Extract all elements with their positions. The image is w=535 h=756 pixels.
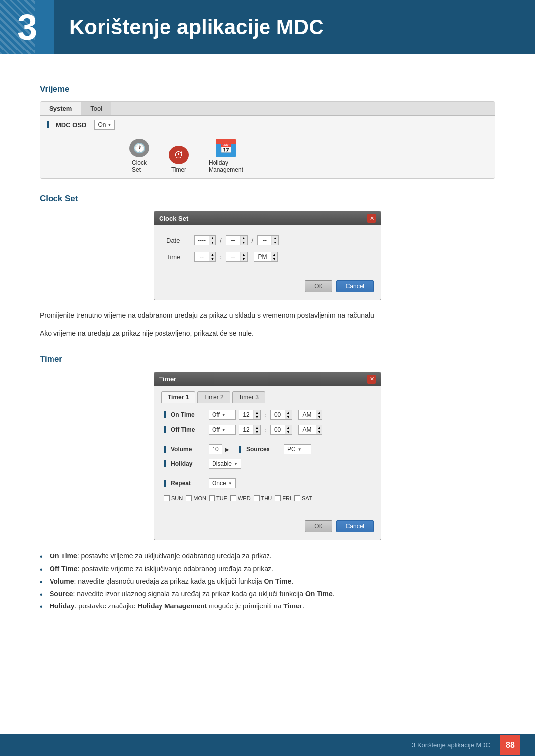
timer-tab-3[interactable]: Timer 3 (232, 391, 265, 403)
day-fri[interactable]: FRI (275, 495, 291, 501)
on-time-ampm-down[interactable]: ▼ (316, 415, 322, 419)
clock-set-cancel-button[interactable]: Cancel (336, 280, 374, 292)
on-time-min-spin[interactable]: 00 ▲ ▼ (270, 410, 292, 420)
holiday-bar (164, 460, 166, 467)
timer-close-button[interactable]: ✕ (367, 375, 376, 384)
time-ampm-down[interactable]: ▼ (271, 257, 278, 261)
timer-dialog: Timer ✕ Timer 1 Timer 2 Timer 3 On Time … (154, 372, 381, 540)
holiday-value: Disable (212, 460, 232, 467)
on-time-ampm-select[interactable]: AM ▲ ▼ (298, 410, 323, 420)
date-year-spin[interactable]: ---- ▲ ▼ (194, 235, 216, 245)
time-row: Time -- ▲ ▼ : -- ▲ ▼ PM (166, 252, 369, 262)
bullet-volume-bold: Volume (50, 577, 74, 585)
colon-sep: : (219, 253, 223, 261)
date-month-value: -- (226, 236, 240, 245)
date-year-up[interactable]: ▲ (209, 236, 215, 240)
off-time-min-spin[interactable]: 00 ▲ ▼ (270, 425, 292, 435)
timer-ok-button[interactable]: OK (305, 520, 332, 532)
off-time-hour-up[interactable]: ▲ (254, 425, 260, 430)
time-hour-down[interactable]: ▼ (209, 257, 215, 261)
off-time-row: Off Time Off ▼ 12 ▲ ▼ : 00 ▲ (164, 425, 371, 435)
date-year-arrows[interactable]: ▲ ▼ (209, 236, 215, 245)
day-sun-checkbox[interactable] (164, 495, 170, 501)
off-time-ampm-up[interactable]: ▲ (316, 425, 322, 430)
tab-system[interactable]: System (40, 102, 81, 115)
mdc-osd-select[interactable]: On ▼ (94, 120, 115, 130)
bullet-source-bold: Source (50, 590, 73, 598)
date-day-down[interactable]: ▼ (272, 240, 278, 245)
time-hour-spin[interactable]: -- ▲ ▼ (194, 252, 216, 262)
time-min-spin[interactable]: -- ▲ ▼ (226, 252, 248, 262)
on-time-hour-spin[interactable]: 12 ▲ ▼ (239, 410, 261, 420)
on-time-ampm-up[interactable]: ▲ (316, 410, 322, 415)
day-fri-checkbox[interactable] (275, 495, 281, 501)
time-min-arrows[interactable]: ▲ ▼ (240, 252, 247, 261)
volume-right-arrow[interactable]: ▶ (225, 447, 229, 452)
time-ampm-arrows[interactable]: ▲ ▼ (271, 252, 278, 261)
day-sat-checkbox[interactable] (294, 495, 300, 501)
holiday-select[interactable]: Disable ▼ (209, 459, 241, 469)
date-month-down[interactable]: ▼ (241, 240, 247, 245)
day-wed-checkbox[interactable] (230, 495, 236, 501)
date-year-down[interactable]: ▼ (209, 240, 215, 245)
clock-set-ok-button[interactable]: OK (305, 280, 332, 292)
timer-cancel-button[interactable]: Cancel (336, 520, 374, 532)
off-time-ampm: AM (299, 425, 316, 434)
off-time-hour-down[interactable]: ▼ (254, 430, 260, 434)
day-thu-checkbox[interactable] (254, 495, 260, 501)
off-time-select[interactable]: Off ▼ (209, 425, 236, 435)
mdc-osd-row: MDC OSD On ▼ (40, 116, 495, 134)
off-time-ampm-select[interactable]: AM ▲ ▼ (298, 425, 323, 435)
time-ampm-select[interactable]: PM ▲ ▼ (254, 252, 278, 262)
on-time-hour-arrows[interactable]: ▲ ▼ (253, 410, 260, 419)
date-day-spin[interactable]: -- ▲ ▼ (257, 235, 279, 245)
off-time-ampm-arrows[interactable]: ▲ ▼ (316, 425, 322, 434)
on-time-value: Off (212, 411, 220, 418)
off-time-hour-spin[interactable]: 12 ▲ ▼ (239, 425, 261, 435)
date-month-spin[interactable]: -- ▲ ▼ (226, 235, 248, 245)
off-time-hour-arrows[interactable]: ▲ ▼ (253, 425, 260, 434)
time-hour-up[interactable]: ▲ (209, 252, 215, 257)
off-time-min-down[interactable]: ▼ (285, 430, 292, 434)
day-thu[interactable]: THU (254, 495, 272, 501)
on-time-min-down[interactable]: ▼ (285, 415, 292, 419)
divider-1 (164, 440, 371, 440)
clock-set-icon-item[interactable]: 🕐 ClockSet (129, 139, 149, 173)
off-time-ampm-down[interactable]: ▼ (316, 430, 322, 434)
time-min-down[interactable]: ▼ (241, 257, 247, 261)
date-day-up[interactable]: ▲ (272, 236, 278, 240)
on-time-ampm-arrows[interactable]: ▲ ▼ (316, 410, 322, 419)
day-tue[interactable]: TUE (209, 495, 227, 501)
off-time-bar (164, 426, 166, 433)
date-month-arrows[interactable]: ▲ ▼ (240, 236, 247, 245)
clock-set-close-button[interactable]: ✕ (367, 214, 376, 223)
day-sat[interactable]: SAT (294, 495, 312, 501)
on-time-min-arrows[interactable]: ▲ ▼ (285, 410, 292, 419)
on-time-min-up[interactable]: ▲ (285, 410, 292, 415)
sources-select[interactable]: PC ▼ (284, 444, 311, 454)
on-time-hour-down[interactable]: ▼ (254, 415, 260, 419)
time-min-up[interactable]: ▲ (241, 252, 247, 257)
date-month-up[interactable]: ▲ (241, 236, 247, 240)
off-time-min-up[interactable]: ▲ (285, 425, 292, 430)
date-day-arrows[interactable]: ▲ ▼ (271, 236, 278, 245)
timer-tab-2[interactable]: Timer 2 (197, 391, 230, 403)
timer-icon-item[interactable]: ⏱ Timer (169, 146, 189, 173)
timer-tab-1[interactable]: Timer 1 (161, 391, 195, 403)
off-time-min-arrows[interactable]: ▲ ▼ (285, 425, 292, 434)
holiday-label: HolidayManagement (209, 159, 243, 173)
sources-dropdown-icon: ▼ (298, 447, 302, 452)
repeat-select[interactable]: Once ▼ (209, 478, 236, 488)
on-time-select[interactable]: Off ▼ (209, 410, 236, 420)
day-sun[interactable]: SUN (164, 495, 183, 501)
time-ampm-up[interactable]: ▲ (271, 252, 278, 257)
day-mon[interactable]: MON (186, 495, 206, 501)
day-wed[interactable]: WED (230, 495, 251, 501)
day-tue-checkbox[interactable] (209, 495, 215, 501)
on-time-hour-up[interactable]: ▲ (254, 410, 260, 415)
holiday-icon-item[interactable]: 📅 HolidayManagement (209, 139, 243, 173)
clock-set-footer: OK Cancel (154, 276, 381, 300)
day-mon-checkbox[interactable] (186, 495, 192, 501)
time-hour-arrows[interactable]: ▲ ▼ (209, 252, 215, 261)
tab-tool[interactable]: Tool (81, 102, 111, 115)
